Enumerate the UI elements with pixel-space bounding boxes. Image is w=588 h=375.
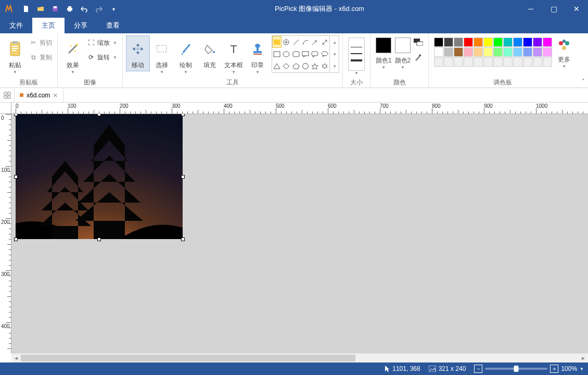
color1-button[interactable]: 颜色1 ▼ — [376, 38, 392, 70]
palette-swatch[interactable] — [483, 38, 493, 47]
selection-handle[interactable] — [181, 114, 185, 116]
stamp-tool-button[interactable]: 印章 ▼ — [246, 35, 270, 76]
palette-swatch[interactable] — [543, 38, 552, 47]
palette-swatch[interactable] — [474, 47, 483, 57]
palette-swatch[interactable] — [503, 47, 513, 57]
selection-handle[interactable] — [14, 175, 18, 179]
palette-swatch[interactable] — [474, 57, 483, 67]
shape-double-arrow-icon[interactable] — [320, 36, 329, 48]
shape-roundrect-icon[interactable] — [291, 48, 301, 60]
shape-rect-fill-icon[interactable] — [272, 36, 282, 48]
scroll-right-icon[interactable]: ► — [579, 354, 588, 362]
palette-swatch[interactable] — [523, 47, 532, 57]
move-tool-button[interactable]: 移动 — [126, 35, 150, 71]
zoom-out-button[interactable]: − — [474, 365, 482, 373]
palette-swatch[interactable] — [464, 57, 473, 67]
shape-star6-icon[interactable] — [320, 60, 329, 72]
palette-swatch[interactable] — [513, 47, 522, 57]
close-tab-icon[interactable]: × — [53, 91, 57, 99]
shape-arrow-icon[interactable] — [310, 36, 319, 48]
palette-swatch[interactable] — [454, 57, 463, 67]
undo-icon[interactable] — [78, 3, 91, 15]
select-tool-button[interactable]: 选择 ▼ — [150, 35, 174, 76]
palette-swatch[interactable] — [533, 47, 542, 57]
zoom-in-button[interactable]: + — [550, 365, 558, 373]
palette-swatch[interactable] — [523, 38, 532, 47]
text-tool-button[interactable]: T 文本框 ▼ — [222, 35, 246, 76]
more-colors-button[interactable]: 更多 ▼ — [557, 38, 571, 69]
canvas-viewport[interactable] — [11, 114, 588, 353]
maximize-button[interactable]: ▢ — [542, 0, 565, 18]
selection-handle[interactable] — [181, 238, 185, 241]
fill-tool-button[interactable]: 填充 — [198, 35, 222, 71]
palette-swatch[interactable] — [543, 57, 552, 67]
palette-swatch[interactable] — [444, 57, 453, 67]
palette-swatch[interactable] — [533, 38, 542, 47]
selection-handle[interactable] — [14, 114, 18, 116]
palette-swatch[interactable] — [464, 38, 473, 47]
zoom-slider[interactable] — [485, 368, 547, 370]
shape-callout-round-icon[interactable] — [310, 48, 319, 60]
shape-callout-ellipse-icon[interactable] — [320, 48, 329, 60]
tab-share[interactable]: 分享 — [65, 18, 97, 33]
scroll-left-icon[interactable]: ◄ — [11, 354, 21, 362]
palette-swatch[interactable] — [434, 57, 443, 67]
shape-star-icon[interactable] — [310, 60, 319, 72]
rotate-button[interactable]: ⟳旋转▼ — [85, 51, 119, 64]
new-file-icon[interactable] — [20, 3, 32, 15]
document-tab[interactable]: x6d.com × — [15, 88, 63, 102]
minimize-button[interactable]: ─ — [519, 0, 542, 18]
shapes-dropdown[interactable]: ▴▾▾ — [331, 35, 339, 73]
palette-swatch[interactable] — [493, 38, 503, 47]
palette-swatch[interactable] — [493, 57, 503, 67]
save-icon[interactable] — [49, 3, 61, 15]
shape-circle-plus-icon[interactable] — [282, 36, 291, 48]
palette-swatch[interactable] — [513, 38, 522, 47]
eyedropper-icon[interactable] — [414, 53, 423, 61]
shape-triangle-icon[interactable] — [272, 60, 282, 72]
draw-tool-button[interactable]: 绘制 ▼ — [174, 35, 198, 76]
scroll-thumb[interactable] — [21, 355, 355, 361]
open-file-icon[interactable] — [34, 3, 47, 15]
shape-callout-rect-icon[interactable] — [301, 48, 310, 60]
shape-pentagon-icon[interactable] — [291, 60, 301, 72]
palette-swatch[interactable] — [444, 47, 453, 57]
close-button[interactable]: ✕ — [565, 0, 588, 18]
shape-diamond-icon[interactable] — [282, 60, 291, 72]
selection-handle[interactable] — [14, 238, 18, 241]
zoom-dropdown-icon[interactable]: ▼ — [580, 367, 584, 371]
redo-icon[interactable] — [93, 3, 105, 15]
shape-curve-icon[interactable] — [301, 36, 310, 48]
color2-button[interactable]: 颜色2 ▼ — [395, 38, 411, 70]
selection-handle[interactable] — [181, 175, 185, 179]
tab-view[interactable]: 查看 — [97, 18, 129, 33]
shape-hexagon-icon[interactable] — [301, 60, 310, 72]
cut-button[interactable]: ✂剪切 — [27, 36, 54, 49]
tile-windows-icon[interactable] — [0, 88, 15, 102]
palette-swatch[interactable] — [464, 47, 473, 57]
palette-swatch[interactable] — [474, 38, 483, 47]
line-width-button[interactable]: ▼ — [348, 38, 365, 76]
shapes-gallery[interactable] — [272, 35, 330, 73]
effects-button[interactable]: 效果 ▼ — [61, 35, 85, 76]
palette-swatch[interactable] — [513, 57, 522, 67]
palette-swatch[interactable] — [454, 47, 463, 57]
canvas-image[interactable] — [16, 114, 183, 239]
palette-swatch[interactable] — [493, 47, 503, 57]
zoom-slider-thumb[interactable] — [514, 366, 519, 372]
palette-swatch[interactable] — [483, 47, 493, 57]
palette-swatch[interactable] — [503, 57, 513, 67]
selection-handle[interactable] — [97, 238, 101, 241]
palette-swatch[interactable] — [434, 47, 443, 57]
palette-swatch[interactable] — [543, 47, 552, 57]
zoom-button[interactable]: ⛶缩放▼ — [85, 36, 119, 49]
collapse-ribbon-icon[interactable]: ˄ — [582, 78, 585, 85]
print-icon[interactable] — [63, 3, 76, 15]
shape-line-icon[interactable] — [291, 36, 301, 48]
palette-swatch[interactable] — [533, 57, 542, 67]
paste-button[interactable]: 粘贴 ▼ — [3, 35, 27, 76]
palette-swatch[interactable] — [434, 38, 443, 47]
tab-home[interactable]: 主页 — [32, 18, 65, 33]
palette-swatch[interactable] — [483, 57, 493, 67]
palette-swatch[interactable] — [503, 38, 513, 47]
